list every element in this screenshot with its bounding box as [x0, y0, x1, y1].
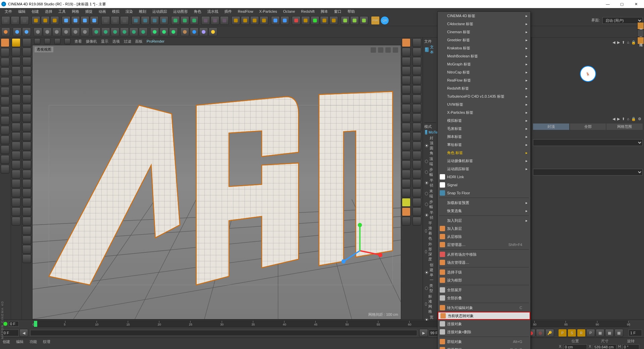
tb1-btn-14[interactable]	[111, 16, 119, 25]
vp-menu-面板[interactable]: 面板	[135, 39, 143, 44]
ls2-btn-18[interactable]	[12, 207, 20, 216]
home-icon[interactable]: ⌂	[627, 117, 629, 121]
menu-角色[interactable]: 角色	[191, 8, 204, 15]
ctx-item[interactable]: TurbulenceFD C4D v1.0.1435 标签	[438, 92, 530, 100]
rs2-btn-14[interactable]	[413, 170, 421, 179]
radio-9[interactable]	[425, 271, 428, 274]
ls2-btn-13[interactable]	[12, 160, 20, 169]
tb1-btn-8[interactable]	[62, 16, 70, 25]
ls2-btn-16[interactable]	[12, 189, 20, 197]
tb2-btn-6[interactable]	[43, 28, 52, 36]
ls3-btn-11[interactable]	[22, 142, 31, 150]
radio-6[interactable]	[425, 213, 428, 217]
ls3-btn-21[interactable]	[22, 236, 31, 244]
ctx-item[interactable]: 当前状态转对象	[438, 312, 530, 320]
radio-11[interactable]	[425, 302, 427, 306]
tb2-btn-9[interactable]	[71, 28, 80, 36]
ls1-btn-4[interactable]	[1, 77, 9, 86]
vp-layout-1[interactable]	[44, 38, 50, 44]
radio-7[interactable]	[425, 229, 427, 233]
menu-动画[interactable]: 动画	[96, 8, 109, 15]
ctx-item[interactable]: 全部折叠	[438, 294, 530, 302]
tb2-btn-2[interactable]	[13, 28, 21, 36]
ls1-btn-6[interactable]	[1, 97, 9, 105]
object-row[interactable]: T文本	[424, 44, 436, 55]
rs1-btn-5[interactable]	[402, 85, 411, 94]
ls3-btn-14[interactable]	[22, 170, 31, 179]
ls3-btn-15[interactable]	[22, 179, 31, 188]
ctx-item[interactable]: CINEMA 4D 标签	[438, 12, 530, 20]
tb1-btn-33[interactable]	[260, 16, 268, 25]
menu-X-Particles[interactable]: X-Particles	[257, 9, 280, 14]
rs2-btn-5[interactable]	[413, 85, 421, 94]
tb2-btn-8[interactable]	[62, 28, 70, 36]
btab-编辑[interactable]: 编辑	[16, 339, 23, 349]
ls3-btn-10[interactable]	[22, 132, 31, 141]
tb1-btn-22[interactable]	[171, 16, 180, 25]
ctx-item[interactable]: 运动跟踪标签	[438, 165, 530, 173]
tb2-btn-25[interactable]	[199, 28, 208, 36]
rs1-btn-4[interactable]	[402, 76, 411, 85]
tb1-btn-39[interactable]	[301, 16, 310, 25]
ls1-btn-5[interactable]	[1, 87, 9, 96]
ls3-btn-23[interactable]	[22, 254, 31, 263]
menu-窗口[interactable]: 窗口	[331, 8, 344, 15]
rs1-btn-6[interactable]	[402, 95, 411, 103]
tb1-btn-36[interactable]	[280, 16, 289, 25]
tb1-btn-28[interactable]	[220, 16, 229, 25]
menu-插件[interactable]: 插件	[222, 8, 234, 15]
rs2-btn-13[interactable]	[413, 160, 421, 169]
gear-icon[interactable]: ⚙	[638, 117, 641, 121]
tb1-btn-18[interactable]	[141, 16, 150, 25]
tb1-btn-6[interactable]	[50, 16, 59, 25]
tb2-btn-5[interactable]	[34, 28, 42, 36]
ls3-btn-2[interactable]	[22, 57, 31, 66]
prev-key-button[interactable]: ◀	[19, 329, 28, 337]
ls1-btn-3[interactable]	[1, 67, 9, 76]
tab-cap[interactable]: 封顶	[533, 123, 569, 130]
radio-3[interactable]	[425, 181, 428, 185]
tb2-btn-16[interactable]	[129, 28, 138, 36]
ls1-btn-8[interactable]	[1, 116, 9, 125]
vtab-content[interactable]: 内容浏览器	[637, 22, 644, 30]
ls3-btn-20[interactable]	[22, 226, 31, 235]
opt-c-button[interactable]: ▦	[614, 329, 623, 337]
tb1-btn-40[interactable]	[311, 16, 319, 25]
menu-渲染[interactable]: 渲染	[123, 8, 136, 15]
ls2-btn-4[interactable]	[12, 76, 20, 85]
pos-X[interactable]	[564, 344, 587, 349]
ls3-btn-19[interactable]	[22, 217, 31, 226]
ls2-btn-19[interactable]	[12, 217, 20, 226]
key-button[interactable]: 🔑	[545, 329, 554, 337]
ctx-item[interactable]: 场次管理器…	[438, 258, 530, 266]
ctx-item[interactable]: 加入到层	[438, 216, 530, 225]
ls3-btn-8[interactable]	[22, 113, 31, 122]
attr-dropdown-2[interactable]	[533, 169, 643, 176]
menu-捕捉[interactable]: 捕捉	[83, 8, 95, 15]
nav-back-icon[interactable]: ◀	[612, 40, 615, 45]
tb1-btn-41[interactable]	[320, 16, 329, 25]
ctx-item[interactable]: 层管理器…Shift+F4	[438, 241, 530, 249]
ls3-btn-17[interactable]	[22, 198, 31, 207]
rs2-btn-7[interactable]	[413, 104, 421, 113]
ctx-item[interactable]: RealFlow 标签	[438, 76, 530, 84]
rs2-btn-6[interactable]	[413, 95, 421, 103]
ls2-btn-5[interactable]	[12, 85, 20, 94]
ls1-btn-13[interactable]	[1, 165, 9, 173]
tb1-btn-1[interactable]	[11, 16, 19, 25]
rs1-btn-7[interactable]	[402, 104, 411, 113]
tb1-btn-26[interactable]	[201, 16, 210, 25]
psr-button[interactable]: PSR	[371, 16, 380, 25]
ls2-btn-17[interactable]	[12, 198, 20, 207]
rs2-btn-15[interactable]	[413, 179, 421, 188]
rs2-btn-8[interactable]	[413, 113, 421, 122]
ls2-btn-6[interactable]	[12, 95, 20, 103]
layout-select[interactable]: 启动 (用户)	[602, 17, 643, 24]
rs2-btn-2[interactable]	[413, 57, 421, 66]
tb1-btn-10[interactable]	[80, 16, 89, 25]
tb1-btn-19[interactable]	[150, 16, 159, 25]
rs1-btn-16[interactable]	[402, 189, 411, 197]
tb1-btn-11[interactable]	[90, 16, 99, 25]
tb1-btn-0[interactable]	[1, 16, 10, 25]
tb1-btn-9[interactable]	[71, 16, 80, 25]
